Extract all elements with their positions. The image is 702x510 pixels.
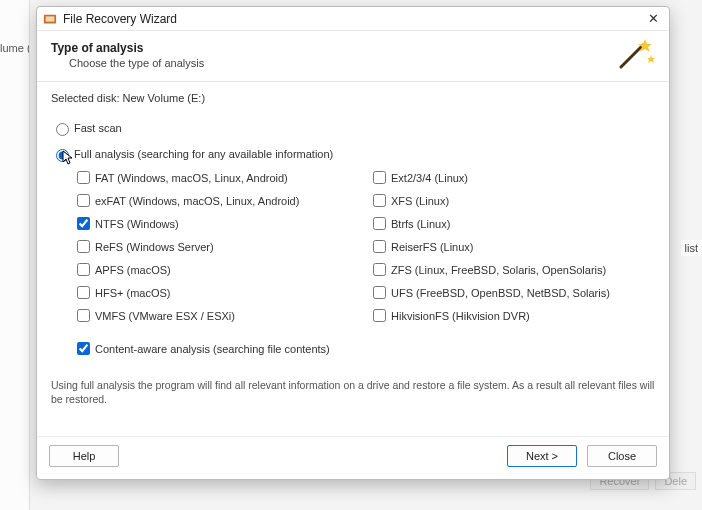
radio-full-analysis-input[interactable] <box>56 149 69 162</box>
fs-checkbox-label: Btrfs (Linux) <box>391 218 450 230</box>
fs-checkbox-input[interactable] <box>77 217 90 230</box>
radio-fast-scan-label: Fast scan <box>74 122 122 134</box>
fs-checkbox-input[interactable] <box>373 263 386 276</box>
radio-fast-scan[interactable]: Fast scan <box>51 120 655 136</box>
app-icon <box>43 12 57 26</box>
fs-checkbox-label: NTFS (Windows) <box>95 218 179 230</box>
fs-checkbox-input[interactable] <box>373 217 386 230</box>
fs-checkbox-left-3[interactable]: ReFS (Windows Server) <box>73 237 359 256</box>
fs-checkbox-left-6[interactable]: VMFS (VMware ESX / ESXi) <box>73 306 359 325</box>
page-subtitle: Choose the type of analysis <box>69 57 615 69</box>
titlebar: File Recovery Wizard ✕ <box>37 7 669 31</box>
background-sidebar-clip: lume (E: <box>0 0 30 510</box>
fs-checkbox-left-4[interactable]: APFS (macOS) <box>73 260 359 279</box>
fs-checkbox-input[interactable] <box>77 309 90 322</box>
wizard-button-bar: Help Next > Close <box>37 436 669 479</box>
fs-checkbox-input[interactable] <box>373 171 386 184</box>
fs-checkbox-input[interactable] <box>77 240 90 253</box>
wizard-body: Selected disk: New Volume (E:) Fast scan… <box>37 82 669 436</box>
wizard-header: Type of analysis Choose the type of anal… <box>37 31 669 82</box>
selected-disk-value: New Volume (E:) <box>123 92 206 104</box>
fs-checkbox-input[interactable] <box>373 240 386 253</box>
radio-full-analysis-label: Full analysis (searching for any availab… <box>74 148 333 160</box>
window-title: File Recovery Wizard <box>63 12 643 26</box>
close-button[interactable]: Close <box>587 445 657 467</box>
radio-full-analysis[interactable]: Full analysis (searching for any availab… <box>51 146 655 162</box>
fs-checkbox-left-2[interactable]: NTFS (Windows) <box>73 214 359 233</box>
file-recovery-wizard-dialog: File Recovery Wizard ✕ Type of analysis … <box>36 6 670 480</box>
fs-checkbox-label: UFS (FreeBSD, OpenBSD, NetBSD, Solaris) <box>391 287 610 299</box>
fs-checkbox-left-0[interactable]: FAT (Windows, macOS, Linux, Android) <box>73 168 359 187</box>
fs-checkbox-label: ReFS (Windows Server) <box>95 241 214 253</box>
fs-checkbox-right-6[interactable]: HikvisionFS (Hikvision DVR) <box>369 306 655 325</box>
fs-checkbox-input[interactable] <box>77 194 90 207</box>
fs-checkbox-label: HFS+ (macOS) <box>95 287 170 299</box>
fs-checkbox-right-5[interactable]: UFS (FreeBSD, OpenBSD, NetBSD, Solaris) <box>369 283 655 302</box>
fs-checkbox-input[interactable] <box>77 286 90 299</box>
next-button[interactable]: Next > <box>507 445 577 467</box>
fs-checkbox-input[interactable] <box>373 309 386 322</box>
fs-checkbox-input[interactable] <box>373 194 386 207</box>
fs-checkbox-right-0[interactable]: Ext2/3/4 (Linux) <box>369 168 655 187</box>
selected-disk-label: Selected disk: <box>51 92 119 104</box>
fs-checkbox-label: ReiserFS (Linux) <box>391 241 474 253</box>
filesystem-grid: FAT (Windows, macOS, Linux, Android)Ext2… <box>73 168 655 325</box>
fs-checkbox-label: APFS (macOS) <box>95 264 171 276</box>
content-aware-input[interactable] <box>77 342 90 355</box>
content-aware-label: Content-aware analysis (searching file c… <box>95 343 330 355</box>
full-analysis-hint: Using full analysis the program will fin… <box>51 378 655 406</box>
fs-checkbox-right-3[interactable]: ReiserFS (Linux) <box>369 237 655 256</box>
fs-checkbox-label: Ext2/3/4 (Linux) <box>391 172 468 184</box>
svg-rect-1 <box>46 16 55 21</box>
fs-checkbox-label: VMFS (VMware ESX / ESXi) <box>95 310 235 322</box>
fs-checkbox-left-1[interactable]: exFAT (Windows, macOS, Linux, Android) <box>73 191 359 210</box>
svg-line-2 <box>621 45 643 67</box>
close-icon[interactable]: ✕ <box>643 11 663 26</box>
fs-checkbox-input[interactable] <box>77 171 90 184</box>
fs-checkbox-right-2[interactable]: Btrfs (Linux) <box>369 214 655 233</box>
fs-checkbox-label: ZFS (Linux, FreeBSD, Solaris, OpenSolari… <box>391 264 606 276</box>
fs-checkbox-input[interactable] <box>373 286 386 299</box>
fs-checkbox-left-5[interactable]: HFS+ (macOS) <box>73 283 359 302</box>
content-aware-checkbox[interactable]: Content-aware analysis (searching file c… <box>73 339 655 358</box>
help-button[interactable]: Help <box>49 445 119 467</box>
fs-checkbox-input[interactable] <box>77 263 90 276</box>
fs-checkbox-label: XFS (Linux) <box>391 195 449 207</box>
background-list-label: list <box>681 240 702 256</box>
svg-marker-3 <box>638 39 652 52</box>
page-title: Type of analysis <box>51 41 615 55</box>
fs-checkbox-right-1[interactable]: XFS (Linux) <box>369 191 655 210</box>
fs-checkbox-label: FAT (Windows, macOS, Linux, Android) <box>95 172 288 184</box>
fs-checkbox-right-4[interactable]: ZFS (Linux, FreeBSD, Solaris, OpenSolari… <box>369 260 655 279</box>
magic-wand-icon <box>615 37 655 73</box>
svg-marker-4 <box>647 55 655 63</box>
selected-disk-line: Selected disk: New Volume (E:) <box>51 92 655 104</box>
radio-fast-scan-input[interactable] <box>56 123 69 136</box>
fs-checkbox-label: HikvisionFS (Hikvision DVR) <box>391 310 530 322</box>
fs-checkbox-label: exFAT (Windows, macOS, Linux, Android) <box>95 195 299 207</box>
